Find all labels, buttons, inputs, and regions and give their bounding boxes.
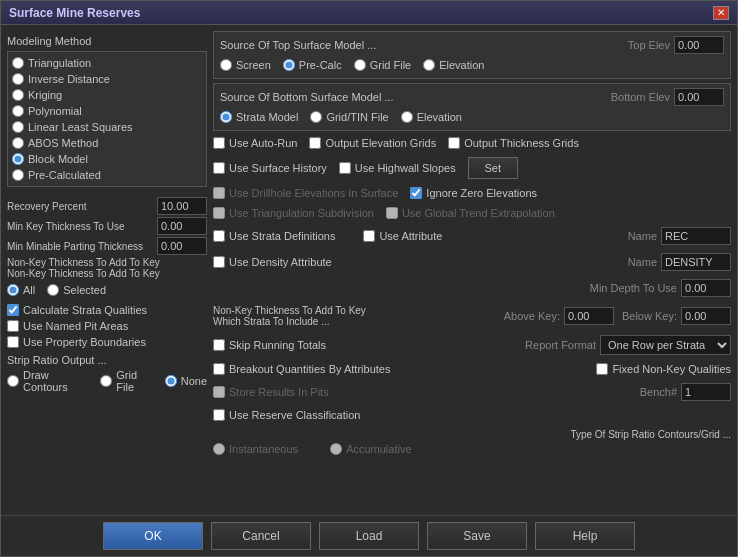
- ignore-zero-row[interactable]: Ignore Zero Elevations: [410, 187, 537, 199]
- radio-accumulative-input[interactable]: [330, 443, 342, 455]
- use-strata-checkbox[interactable]: [213, 230, 225, 242]
- below-key-input[interactable]: [681, 307, 731, 325]
- use-density-row[interactable]: Use Density Attribute: [213, 256, 332, 268]
- min-depth-input[interactable]: [681, 279, 731, 297]
- global-trend-checkbox[interactable]: [386, 207, 398, 219]
- cancel-button[interactable]: Cancel: [211, 522, 311, 550]
- radio-screen-input[interactable]: [220, 59, 232, 71]
- store-results-checkbox[interactable]: [213, 386, 225, 398]
- calc-strata-checkbox[interactable]: [7, 304, 19, 316]
- fixed-non-key-checkbox[interactable]: [596, 363, 608, 375]
- store-results-row-inner[interactable]: Store Results In Pits: [213, 386, 329, 398]
- property-boundaries-row[interactable]: Use Property Boundaries: [7, 336, 207, 348]
- help-button[interactable]: Help: [535, 522, 635, 550]
- use-attribute-row[interactable]: Use Attribute: [363, 230, 442, 242]
- load-button[interactable]: Load: [319, 522, 419, 550]
- calc-strata-row[interactable]: Calculate Strata Qualities: [7, 304, 207, 316]
- report-format-select[interactable]: One Row per Strata Two Rows per Strata O…: [600, 335, 731, 355]
- radio-polynomial[interactable]: Polynomial: [12, 104, 202, 118]
- ok-button[interactable]: OK: [103, 522, 203, 550]
- radio-block-model[interactable]: Block Model: [12, 152, 202, 166]
- radio-strata-model[interactable]: Strata Model: [220, 110, 298, 124]
- reserve-classification-checkbox[interactable]: [213, 409, 225, 421]
- radio-selected-input[interactable]: [47, 284, 59, 296]
- named-pit-checkbox[interactable]: [7, 320, 19, 332]
- top-elev-input[interactable]: [674, 36, 724, 54]
- radio-grid-file-top-input[interactable]: [354, 59, 366, 71]
- radio-triangulation[interactable]: Triangulation: [12, 56, 202, 70]
- radio-kriging[interactable]: Kriging: [12, 88, 202, 102]
- save-button[interactable]: Save: [427, 522, 527, 550]
- skip-running-totals-checkbox[interactable]: [213, 339, 225, 351]
- radio-elevation-bottom[interactable]: Elevation: [401, 110, 462, 124]
- radio-linear-least-squares[interactable]: Linear Least Squares: [12, 120, 202, 134]
- output-thickness-row[interactable]: Output Thickness Grids: [448, 137, 579, 149]
- radio-pre-calculated[interactable]: Pre-Calculated: [12, 168, 202, 182]
- use-attribute-checkbox[interactable]: [363, 230, 375, 242]
- auto-run-checkbox[interactable]: [213, 137, 225, 149]
- radio-pre-calc[interactable]: Pre-Calc: [283, 58, 342, 72]
- output-elev-grids-checkbox[interactable]: [309, 137, 321, 149]
- bottom-elev-input[interactable]: [674, 88, 724, 106]
- radio-instantaneous-input[interactable]: [213, 443, 225, 455]
- set-button[interactable]: Set: [468, 157, 518, 179]
- named-pit-row[interactable]: Use Named Pit Areas: [7, 320, 207, 332]
- radio-all-input[interactable]: [7, 284, 19, 296]
- radio-linear-least-squares-input[interactable]: [12, 121, 24, 133]
- radio-draw-contours[interactable]: Draw Contours: [7, 368, 88, 394]
- output-thickness-checkbox[interactable]: [448, 137, 460, 149]
- radio-selected[interactable]: Selected: [47, 283, 106, 297]
- radio-draw-contours-input[interactable]: [7, 375, 19, 387]
- highwall-slopes-row[interactable]: Use Highwall Slopes: [339, 162, 456, 174]
- output-elev-grids-row[interactable]: Output Elevation Grids: [309, 137, 436, 149]
- surface-history-row[interactable]: Use Surface History: [213, 162, 327, 174]
- radio-kriging-input[interactable]: [12, 89, 24, 101]
- radio-instantaneous[interactable]: Instantaneous: [213, 442, 298, 456]
- bench-input[interactable]: [681, 383, 731, 401]
- radio-grid-file-input[interactable]: [100, 375, 112, 387]
- reserve-classification-checkbox-row[interactable]: Use Reserve Classification: [213, 409, 360, 421]
- recovery-percent-input[interactable]: [157, 197, 207, 215]
- min-key-thickness-input[interactable]: [157, 217, 207, 235]
- radio-none-strip[interactable]: None: [165, 374, 207, 388]
- radio-triangulation-input[interactable]: [12, 57, 24, 69]
- density-name-input[interactable]: [661, 253, 731, 271]
- radio-pre-calc-input[interactable]: [283, 59, 295, 71]
- triangulation-sub-checkbox[interactable]: [213, 207, 225, 219]
- radio-elevation-bottom-input[interactable]: [401, 111, 413, 123]
- property-boundaries-checkbox[interactable]: [7, 336, 19, 348]
- radio-all[interactable]: All: [7, 283, 35, 297]
- name-input[interactable]: [661, 227, 731, 245]
- auto-run-row[interactable]: Use Auto-Run: [213, 137, 297, 149]
- radio-none-input[interactable]: [165, 375, 177, 387]
- ignore-zero-checkbox[interactable]: [410, 187, 422, 199]
- triangulation-sub-row[interactable]: Use Triangulation Subdivision: [213, 207, 374, 219]
- skip-running-totals-row[interactable]: Skip Running Totals: [213, 339, 326, 351]
- radio-polynomial-input[interactable]: [12, 105, 24, 117]
- radio-inverse-distance-input[interactable]: [12, 73, 24, 85]
- use-density-checkbox[interactable]: [213, 256, 225, 268]
- radio-abos-method-input[interactable]: [12, 137, 24, 149]
- radio-inverse-distance[interactable]: Inverse Distance: [12, 72, 202, 86]
- radio-elevation-top-input[interactable]: [423, 59, 435, 71]
- radio-strata-model-input[interactable]: [220, 111, 232, 123]
- close-button[interactable]: ✕: [713, 6, 729, 20]
- drillhole-elev-checkbox[interactable]: [213, 187, 225, 199]
- radio-pre-calculated-input[interactable]: [12, 169, 24, 181]
- global-trend-row[interactable]: Use Global Trend Extrapolation: [386, 207, 555, 219]
- use-strata-row[interactable]: Use Strata Definitions: [213, 230, 335, 242]
- above-key-input[interactable]: [564, 307, 614, 325]
- fixed-non-key-row[interactable]: Fixed Non-Key Qualities: [596, 363, 731, 375]
- surface-history-checkbox[interactable]: [213, 162, 225, 174]
- radio-grid-tin-file[interactable]: Grid/TIN File: [310, 110, 388, 124]
- radio-block-model-input[interactable]: [12, 153, 24, 165]
- drillhole-elev-row[interactable]: Use Drillhole Elevations In Surface: [213, 187, 398, 199]
- highwall-slopes-checkbox[interactable]: [339, 162, 351, 174]
- min-parting-thickness-input[interactable]: [157, 237, 207, 255]
- radio-abos-method[interactable]: ABOS Method: [12, 136, 202, 150]
- radio-elevation-top[interactable]: Elevation: [423, 58, 484, 72]
- radio-grid-file-top[interactable]: Grid File: [354, 58, 412, 72]
- breakout-qty-row[interactable]: Breakout Quantities By Attributes: [213, 363, 390, 375]
- radio-accumulative[interactable]: Accumulative: [330, 442, 411, 456]
- radio-grid-file[interactable]: Grid File: [100, 368, 152, 394]
